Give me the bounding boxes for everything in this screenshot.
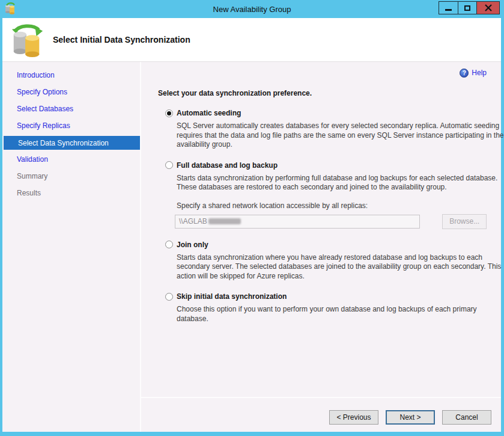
sidebar-item-specify-replicas[interactable]: Specify Replicas bbox=[2, 117, 140, 134]
option-head: Full database and log backup bbox=[158, 161, 487, 170]
database-sync-icon bbox=[10, 23, 44, 58]
help-link[interactable]: Help bbox=[460, 69, 487, 78]
minimize-button[interactable] bbox=[439, 2, 458, 14]
option-skip-sync: Skip initial data synchronization Choose… bbox=[158, 292, 487, 324]
option-description: Starts data synchronization by performin… bbox=[177, 174, 504, 192]
titlebar: New Availability Group bbox=[0, 0, 504, 18]
previous-button[interactable]: < Previous bbox=[329, 410, 378, 425]
option-description: Starts data synchronization where you ha… bbox=[177, 253, 504, 281]
share-location-input: \\AGLAB bbox=[175, 215, 420, 229]
browse-button: Browse... bbox=[442, 214, 487, 229]
share-location-label: Specify a shared network location access… bbox=[177, 201, 487, 210]
next-button[interactable]: Next > bbox=[386, 410, 435, 425]
dialog-frame: Select Initial Data Synchronization Intr… bbox=[2, 18, 501, 432]
wizard-header: Select Initial Data Synchronization bbox=[2, 18, 501, 62]
wizard-body: Introduction Specify Options Select Data… bbox=[2, 62, 501, 432]
new-availability-group-window: New Availability Group bbox=[0, 0, 504, 436]
window-controls bbox=[439, 1, 500, 14]
close-icon bbox=[485, 4, 492, 11]
cancel-button[interactable]: Cancel bbox=[442, 410, 491, 425]
full-backup-radio[interactable] bbox=[165, 161, 173, 169]
join-only-radio[interactable] bbox=[165, 241, 173, 248]
main-panel: Help Select your data synchronization pr… bbox=[140, 62, 501, 432]
skip-sync-radio[interactable] bbox=[165, 293, 173, 301]
option-join-only: Join only Starts data synchronization wh… bbox=[158, 241, 487, 281]
maximize-icon bbox=[464, 5, 470, 11]
minimize-icon bbox=[445, 9, 452, 11]
help-icon bbox=[460, 69, 469, 78]
option-description: SQL Server automatically creates databas… bbox=[177, 121, 504, 150]
sidebar-item-validation[interactable]: Validation bbox=[2, 151, 140, 168]
option-full-backup: Full database and log backup Starts data… bbox=[158, 161, 487, 229]
share-location-value: \\AGLAB bbox=[179, 217, 207, 226]
wizard-footer: < Previous Next > Cancel bbox=[141, 397, 501, 432]
sidebar-item-introduction[interactable]: Introduction bbox=[2, 67, 140, 84]
wizard-steps-sidebar: Introduction Specify Options Select Data… bbox=[2, 62, 140, 432]
option-head: Join only bbox=[158, 241, 487, 249]
page-title: Select Initial Data Synchronization bbox=[53, 35, 190, 45]
option-head: Automatic seeding bbox=[158, 109, 487, 117]
sidebar-item-select-databases[interactable]: Select Databases bbox=[2, 100, 140, 117]
option-label[interactable]: Join only bbox=[177, 241, 208, 249]
app-database-sync-icon bbox=[5, 2, 16, 14]
automatic-seeding-radio[interactable] bbox=[165, 109, 173, 117]
close-button[interactable] bbox=[476, 2, 499, 14]
redacted-text bbox=[208, 218, 241, 224]
sidebar-item-summary: Summary bbox=[2, 168, 140, 185]
maximize-button[interactable] bbox=[458, 2, 476, 14]
option-label[interactable]: Automatic seeding bbox=[177, 109, 241, 117]
option-label[interactable]: Skip initial data synchronization bbox=[177, 292, 287, 301]
option-head: Skip initial data synchronization bbox=[158, 292, 487, 301]
option-automatic-seeding: Automatic seeding SQL Server automatical… bbox=[158, 109, 487, 150]
sync-preference-prompt: Select your data synchronization prefere… bbox=[158, 89, 487, 97]
share-location-row: \\AGLAB Browse... bbox=[175, 214, 487, 229]
sidebar-item-specify-options[interactable]: Specify Options bbox=[2, 84, 140, 100]
option-description: Choose this option if you want to perfor… bbox=[177, 305, 504, 324]
sidebar-item-results: Results bbox=[2, 185, 140, 201]
window-title: New Availability Group bbox=[0, 5, 504, 14]
sidebar-item-select-data-synchronization[interactable]: Select Data Synchronization bbox=[4, 136, 140, 150]
main-content: Help Select your data synchronization pr… bbox=[141, 62, 501, 397]
help-row: Help bbox=[158, 67, 487, 79]
option-label[interactable]: Full database and log backup bbox=[177, 161, 278, 170]
help-label: Help bbox=[472, 69, 487, 77]
